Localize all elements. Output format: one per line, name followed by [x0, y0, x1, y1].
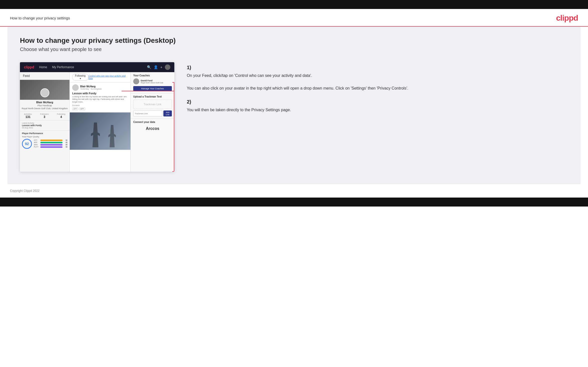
- app-post-duration-label: Duration: [72, 104, 128, 106]
- plus-icon: +: [160, 65, 162, 69]
- instruction-number-1: 1): [187, 65, 568, 70]
- app-arccos-brand: Arccos: [133, 125, 172, 132]
- instructions-panel: 1) On your Feed, click/tap on 'Control w…: [187, 62, 568, 120]
- page-header-title: How to change your privacy settings: [10, 16, 70, 20]
- app-post-avatar: [72, 84, 79, 91]
- page-footer: Copyright Clippd 2022: [0, 184, 588, 198]
- app-screenshot: clippd Home My Performance 🔍 👤 + Feed: [20, 62, 174, 172]
- app-stat-following-label: Following: [57, 113, 65, 115]
- app-add-link-button[interactable]: Add Link: [163, 110, 172, 116]
- app-bar-arg-track: [40, 144, 63, 146]
- app-tag-ott: OTT: [72, 107, 78, 110]
- app-score-row: 92 OTT 90 APP 85: [22, 139, 67, 149]
- app-profile-img: [20, 80, 69, 100]
- app-connect-title: Connect your data: [133, 121, 172, 123]
- app-coaches-section: Your Coaches David Ford Royal North Devo…: [131, 72, 174, 93]
- app-profile-avatar: [40, 88, 49, 97]
- app-stat-following: Following 4: [57, 113, 65, 119]
- top-bar: [0, 0, 588, 9]
- red-arrow-line: [122, 91, 174, 91]
- app-post-author: Blair McHarg: [80, 85, 102, 88]
- app-connect-section: Connect your data Arccos: [131, 119, 174, 134]
- app-bar-ott-track: [40, 140, 63, 141]
- app-logo: clippd: [24, 65, 34, 69]
- app-trackman-section: Upload a Trackman Test Trackman Link Add…: [131, 93, 174, 119]
- app-latest-date: 03 Aug 2022: [22, 127, 67, 129]
- footer-copyright: Copyright Clippd 2022: [10, 189, 40, 193]
- app-following-bar: Following ▾ Control who can see your act…: [70, 72, 131, 82]
- app-stat-followers-label: Followers: [40, 113, 49, 115]
- app-stat-activities-label: Activities: [24, 113, 32, 115]
- page-header: How to change your privacy settings clip…: [0, 9, 588, 27]
- main-title: How to change your privacy settings (Des…: [20, 37, 568, 45]
- instruction-text-2: You will then be taken directly to the P…: [187, 107, 568, 113]
- app-latest-label: Latest Activity: [22, 122, 67, 124]
- app-performance-section: Player Performance Total Player Quality …: [20, 130, 69, 150]
- golf-silhouette-2: [106, 125, 118, 147]
- app-control-link[interactable]: Control who can see your activity and da…: [88, 75, 128, 80]
- app-body: Feed Blair McHarg Plus Handicap Royal No…: [20, 72, 174, 172]
- instruction-item-2: 2) You will then be taken directly to th…: [187, 99, 568, 113]
- app-bar-app-val: 85: [64, 142, 67, 143]
- search-icon: 🔍: [147, 65, 151, 69]
- app-perf-title: Player Performance: [22, 132, 67, 135]
- app-post-date: Yesterday · Sunningdale: [80, 88, 102, 90]
- app-stats: Activities 131 Followers 3 Following 4: [20, 111, 69, 120]
- app-right-panel: Your Coaches David Ford Royal North Devo…: [131, 72, 174, 172]
- bottom-bar: [0, 198, 588, 207]
- app-bar-putt-val: 96: [64, 146, 67, 148]
- app-trackman-title: Upload a Trackman Test: [133, 95, 172, 98]
- app-bars: OTT 90 APP 85 ARG: [34, 139, 67, 148]
- app-following-button[interactable]: Following ▾: [72, 74, 88, 81]
- app-bar-arg-val: 86: [64, 144, 67, 146]
- app-stat-followers-value: 3: [40, 115, 49, 119]
- app-bar-app-track: [40, 142, 63, 143]
- app-nav-avatar: [165, 64, 170, 70]
- app-bar-arg: ARG 86: [34, 144, 67, 146]
- app-bar-putt: PUTT 96: [34, 146, 67, 148]
- two-col-layout: clippd Home My Performance 🔍 👤 + Feed: [20, 62, 568, 172]
- clippd-logo: clippd: [556, 13, 578, 23]
- golf-silhouette-1: [88, 122, 103, 147]
- app-post-author-info: Blair McHarg Yesterday · Sunningdale: [80, 85, 102, 90]
- instruction-number-2: 2): [187, 99, 568, 105]
- app-post-desc: Looking to feel like my hands are exitin…: [72, 96, 128, 103]
- app-user-org: Royal North Devon Golf Club, United King…: [20, 107, 69, 111]
- app-user-handicap: Plus Handicap: [20, 104, 69, 107]
- app-post-title: Lesson with Fordy: [72, 92, 128, 95]
- app-coaches-title: Your Coaches: [133, 74, 172, 77]
- app-coach-info: David Ford Royal North Devon Golf Club: [141, 79, 163, 84]
- app-stat-following-value: 4: [57, 115, 65, 119]
- app-latest-activity-name: Lesson with Fordy: [22, 124, 67, 127]
- app-nav-right: 🔍 👤 +: [147, 64, 170, 70]
- app-stat-activities: Activities 131: [24, 113, 32, 119]
- app-feed-tab: Feed: [20, 72, 69, 80]
- app-bar-arg-label: ARG: [34, 144, 39, 146]
- app-stat-activities-value: 131: [24, 115, 32, 119]
- app-bar-ott-label: OTT: [34, 139, 39, 141]
- app-post-tags: OTT APP: [72, 107, 128, 110]
- person-icon: 👤: [154, 65, 158, 69]
- app-bar-putt-track: [40, 146, 63, 148]
- main-subtitle: Choose what you want people to see: [20, 47, 568, 52]
- app-bar-putt-label: PUTT: [34, 146, 39, 148]
- app-bar-app: APP 85: [34, 142, 67, 143]
- app-trackman-link-placeholder: Trackman Link: [133, 100, 172, 109]
- app-post: Blair McHarg Yesterday · Sunningdale Les…: [70, 82, 131, 112]
- app-manage-coaches-button[interactable]: Manage Your Coaches: [133, 86, 172, 91]
- app-center-panel: Following ▾ Control who can see your act…: [70, 72, 131, 172]
- app-bar-app-label: APP: [34, 142, 39, 143]
- app-stat-followers: Followers 3: [40, 113, 49, 119]
- instruction-item-1: 1) On your Feed, click/tap on 'Control w…: [187, 65, 568, 92]
- app-trackman-input-row: Add Link: [133, 110, 172, 116]
- app-nav: clippd Home My Performance 🔍 👤 +: [20, 62, 174, 72]
- app-coach-avatar: [133, 78, 139, 84]
- red-bracket: [172, 82, 174, 172]
- instruction-text-1: On your Feed, click/tap on 'Control who …: [187, 72, 568, 92]
- app-bar-ott: OTT 90: [34, 139, 67, 141]
- app-tag-app: APP: [79, 107, 85, 110]
- app-trackman-input[interactable]: [133, 110, 162, 116]
- app-bar-ott-val: 90: [64, 139, 67, 141]
- app-score-circle: 92: [22, 139, 32, 149]
- app-nav-performance: My Performance: [52, 65, 74, 69]
